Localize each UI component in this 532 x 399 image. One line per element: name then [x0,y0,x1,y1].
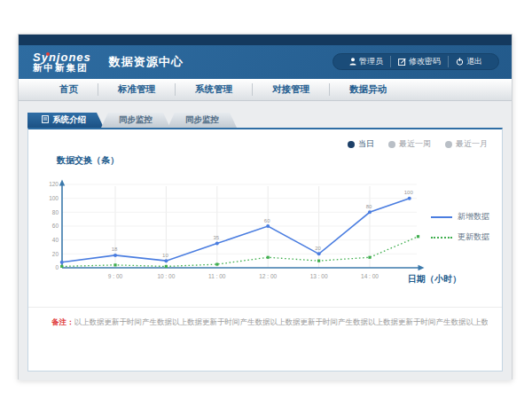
nav-item-data-change[interactable]: 数据异动 [329,83,406,96]
svg-text:80: 80 [366,204,372,209]
svg-text:10 : 00: 10 : 00 [157,273,175,279]
svg-text:35: 35 [213,235,219,240]
company-logo: Synjones 新中新集团 [33,51,91,74]
svg-text:100: 100 [49,195,59,201]
radio-last-month[interactable]: 最近一月 [445,138,488,150]
exchange-line-chart: 0204060801001209 : 0010 : 0011 : 0012 : … [35,178,434,293]
app-window: Synjones 新中新集团 数据资源中心 管理员 修改密码 退出 [18,34,512,379]
radio-label: 最近一周 [399,138,431,150]
svg-text:60: 60 [52,223,59,229]
radio-label: 当日 [358,138,374,150]
page-title: 数据资源中心 [109,54,184,70]
svg-text:18: 18 [112,246,118,252]
power-icon [456,58,464,66]
logout-label: 退出 [466,56,482,67]
user-name: 管理员 [359,56,383,67]
content-area: 系统介绍 同步监控 同步监控 当日 最近一周 [19,101,512,380]
svg-text:20: 20 [52,251,59,257]
tab-label: 同步监控 [185,114,219,126]
top-strip [19,35,512,45]
app-header: Synjones 新中新集团 数据资源中心 管理员 修改密码 退出 [19,45,512,79]
chart-panel: 当日 最近一周 最近一月 数据交换（条） 0204060801001209 : … [27,128,503,372]
logo-title: Synjones [33,51,91,64]
logo-subtitle: 新中新集团 [33,63,91,73]
tab-label: 同步监控 [119,114,153,126]
nav-item-system-mgmt[interactable]: 系统管理 [175,83,252,96]
chart-legend: 新增数据 更新数据 [431,211,489,243]
svg-text:120: 120 [49,181,59,187]
svg-text:100: 100 [404,190,414,195]
svg-text:12 : 00: 12 : 00 [259,273,277,279]
nav-item-home[interactable]: 首页 [40,83,98,96]
footnote: 备注：以上数据更新于时间产生数据以上数据更新于时间产生数据以上数据更新于时间产生… [51,317,488,328]
tab-label: 系统介绍 [52,114,86,126]
legend-update-data: 更新数据 [431,231,489,243]
svg-text:13 : 00: 13 : 00 [310,273,328,279]
radio-last-week[interactable]: 最近一周 [388,138,431,150]
user-toolbar: 管理员 修改密码 退出 [332,53,499,70]
svg-text:40: 40 [52,237,59,243]
logout-button[interactable]: 退出 [448,56,489,67]
x-axis-title: 日期（小时） [408,273,461,286]
logo-accent-dot [46,52,50,56]
svg-text:9 : 00: 9 : 00 [108,273,123,279]
svg-text:0: 0 [55,264,59,270]
radio-today[interactable]: 当日 [348,138,374,150]
svg-text:14 : 00: 14 : 00 [361,273,379,279]
footnote-text: 以上数据更新于时间产生数据以上数据更新于时间产生数据以上数据更新于时间产生数据以… [74,317,489,326]
legend-label: 新增数据 [458,211,489,223]
change-password-label: 修改密码 [409,56,441,67]
svg-text:11 : 00: 11 : 00 [208,273,226,279]
legend-label: 更新数据 [458,231,489,243]
document-icon [42,115,49,125]
svg-text:10: 10 [162,253,168,258]
chart-wrap: 0204060801001209 : 0010 : 0011 : 0012 : … [35,178,434,297]
legend-new-data: 新增数据 [431,211,489,223]
edit-icon [398,58,406,66]
radio-selected-dot [348,141,355,148]
footnote-label: 备注： [51,317,74,326]
user-icon [349,58,356,66]
radio-unselected-dot [388,141,395,148]
time-range-radios: 当日 最近一周 最近一月 [348,138,488,150]
dotted-line-sample [431,237,452,239]
svg-text:20: 20 [315,246,321,251]
nav-item-interface-mgmt[interactable]: 对接管理 [252,83,329,96]
note-divider [28,307,502,308]
solid-line-sample [431,216,452,218]
radio-unselected-dot [445,141,452,148]
change-password-button[interactable]: 修改密码 [390,56,448,67]
svg-text:60: 60 [264,218,270,223]
tab-bar: 系统介绍 同步监控 同步监控 [27,113,237,128]
y-axis-title: 数据交换（条） [57,154,119,167]
current-user-button[interactable]: 管理员 [342,56,390,67]
tab-system-intro[interactable]: 系统介绍 [27,113,104,128]
nav-item-standard-mgmt[interactable]: 标准管理 [98,83,175,96]
radio-label: 最近一月 [456,138,488,150]
tab-sync-monitor-2[interactable]: 同步监控 [168,113,237,128]
svg-text:80: 80 [52,209,59,215]
main-nav: 首页 标准管理 系统管理 对接管理 数据异动 [19,79,512,101]
tab-sync-monitor-1[interactable]: 同步监控 [101,113,170,128]
